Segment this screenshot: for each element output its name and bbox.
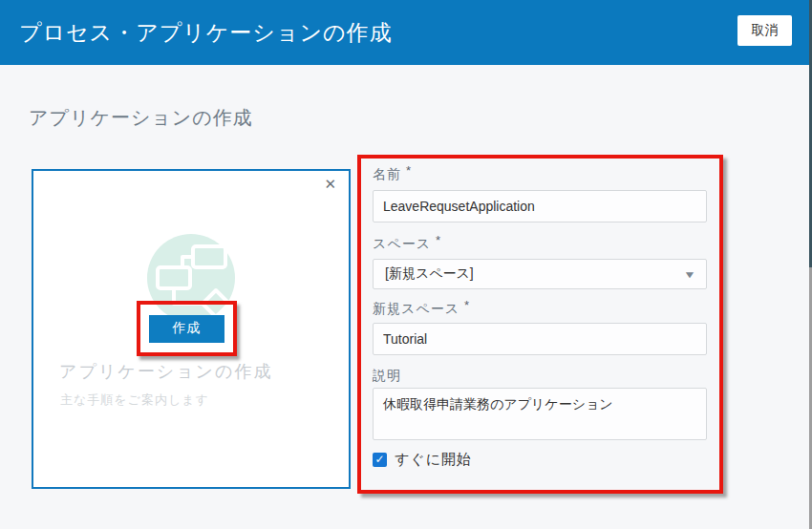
chevron-down-icon: ▼ — [683, 269, 696, 280]
cancel-button[interactable]: 取消 — [737, 15, 792, 46]
space-label-text: スペース — [373, 236, 431, 251]
create-button[interactable]: 作成 — [149, 315, 224, 343]
name-field-label: 名前* — [373, 166, 708, 183]
space-select[interactable]: [新規スペース] ▼ — [373, 259, 707, 289]
space-field-label: スペース* — [373, 236, 708, 253]
name-label-text: 名前 — [373, 166, 401, 181]
wizard-card-subtitle: 主な手順をご案内します — [60, 391, 209, 409]
wizard-card-title: アプリケーションの作成 — [59, 360, 272, 383]
create-button-annotation-box: 作成 — [137, 301, 237, 356]
name-input[interactable] — [373, 190, 707, 222]
new-space-field-label: 新規スペース* — [373, 301, 708, 318]
section-heading: アプリケーションの作成 — [29, 105, 253, 131]
space-selected-option: [新規スペース] — [385, 265, 474, 283]
page-header: プロセス・アプリケーションの作成 取消 — [0, 0, 812, 65]
start-immediately-label: すぐに開始 — [395, 451, 472, 469]
required-mark: * — [436, 233, 441, 247]
required-mark: * — [406, 163, 412, 178]
application-form-annotation-box: 名前* スペース* [新規スペース] ▼ 新規スペース* 説明 休暇取得申請業務… — [357, 155, 723, 494]
required-mark: * — [464, 298, 470, 312]
create-process-application-page: プロセス・アプリケーションの作成 取消 アプリケーションの作成 ✕ 作成 アプリ… — [0, 0, 812, 529]
description-field-label: 説明 — [373, 368, 708, 385]
description-label-text: 説明 — [373, 368, 401, 383]
new-space-input[interactable] — [373, 323, 707, 355]
checkbox-checked-icon[interactable]: ✓ — [373, 453, 387, 467]
application-wizard-card: ✕ 作成 アプリケーションの作成 主な手順をご案内します — [32, 169, 351, 489]
description-textarea[interactable]: 休暇取得申請業務のアプリケーション — [373, 388, 707, 440]
page-title: プロセス・アプリケーションの作成 — [19, 18, 392, 48]
new-space-label-text: 新規スペース — [373, 301, 459, 316]
close-icon[interactable]: ✕ — [324, 177, 336, 191]
start-immediately-row[interactable]: ✓ すぐに開始 — [373, 451, 708, 469]
